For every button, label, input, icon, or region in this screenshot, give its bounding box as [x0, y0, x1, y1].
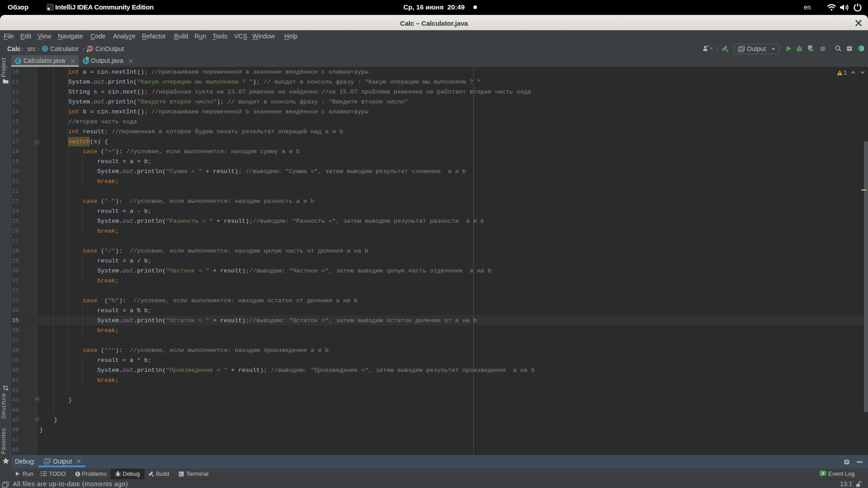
- svg-text:2: 2: [822, 471, 824, 476]
